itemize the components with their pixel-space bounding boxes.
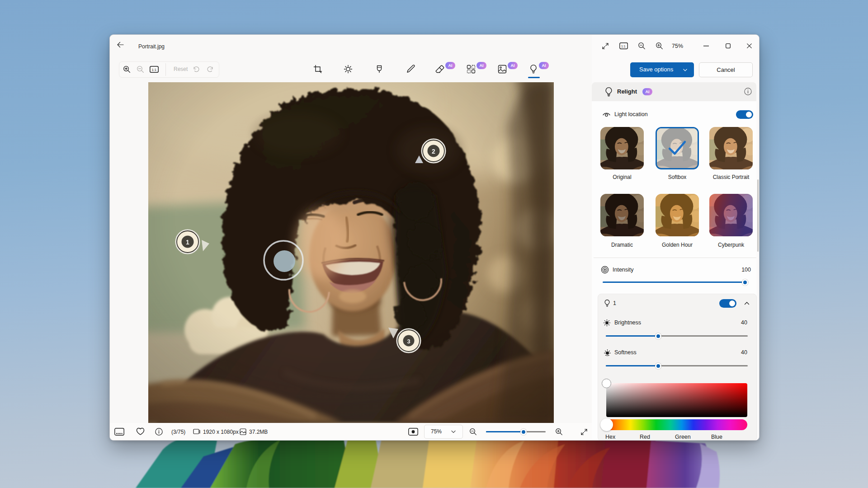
svg-text:1:1: 1:1 xyxy=(621,45,626,48)
svg-text:1: 1 xyxy=(186,239,189,246)
svg-text:2: 2 xyxy=(432,148,435,155)
svg-text:1:1: 1:1 xyxy=(151,68,156,72)
svg-text:3: 3 xyxy=(407,338,410,345)
